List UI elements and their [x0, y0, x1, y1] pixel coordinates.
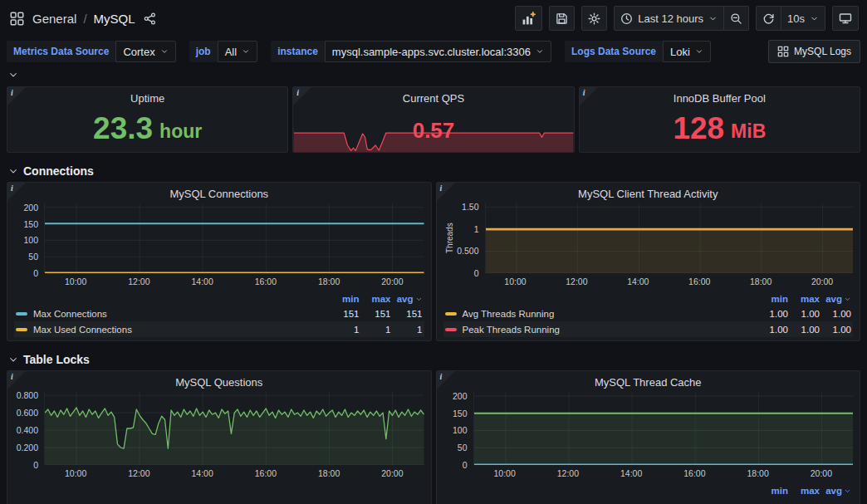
metrics-datasource-label: Metrics Data Source	[7, 41, 115, 62]
clock-icon	[620, 12, 633, 25]
legend-item: Max Connections 151 151 151	[14, 306, 424, 321]
legend-avg-header[interactable]: avg	[820, 294, 851, 304]
plot-area[interactable]	[44, 203, 424, 273]
share-icon[interactable]	[142, 11, 158, 27]
y-axis-title: Threads	[443, 203, 455, 273]
x-axis: 10:0012:0014:0016:0018:0020:00	[485, 273, 854, 288]
mysql-logs-button[interactable]: MySQL Logs	[768, 40, 860, 63]
variable-metrics-datasource: Metrics Data Source Cortex	[7, 41, 176, 62]
time-range-label: Last 12 hours	[638, 12, 703, 25]
panel-title[interactable]: Uptime	[14, 91, 281, 108]
mysql-connections-panel: i MySQL Connections 050100150200 10:0012…	[7, 182, 432, 341]
uptime-panel: i Uptime 23.3 hour	[7, 86, 288, 153]
refresh-interval-picker[interactable]: 10s	[781, 6, 825, 31]
section-connections[interactable]: Connections	[7, 159, 860, 182]
series-swatch	[16, 312, 27, 316]
logs-datasource-label: Logs Data Source	[565, 41, 663, 62]
logs-datasource-select[interactable]: Loki	[663, 41, 711, 62]
chevron-down-icon	[844, 487, 851, 495]
uptime-unit: hour	[159, 122, 202, 141]
x-axis: 10:0012:0014:0016:0018:0020:00	[44, 465, 424, 480]
plus-icon	[531, 12, 535, 16]
dashboards-grid-icon[interactable]	[8, 10, 26, 27]
legend-max-header[interactable]: max	[360, 294, 391, 304]
legend: min max avg Max Connections 151 151 151 …	[14, 292, 424, 337]
thread-activity-panel: i MySQL Client Thread Activity Threads 0…	[436, 182, 861, 341]
panel-title[interactable]: Current QPS	[300, 91, 566, 108]
panel-info-corner[interactable]: i	[7, 183, 26, 201]
dashboard-body: i Uptime 23.3 hour i Current QPS 0.57 i …	[0, 85, 867, 504]
x-axis: 10:0012:0014:0016:0018:0020:00	[44, 273, 424, 288]
panel-info-corner[interactable]: i	[437, 371, 455, 389]
legend-min-header[interactable]: min	[328, 294, 360, 304]
y-axis: 00.50011.50	[455, 203, 485, 273]
variables-row: Metrics Data Source Cortex job All insta…	[0, 37, 867, 65]
panel-info-corner[interactable]: i	[580, 87, 598, 105]
top-nav: General / MySQL Last 12 hours	[0, 0, 867, 37]
breadcrumb-section[interactable]: General	[32, 12, 76, 26]
chevron-down-icon	[415, 296, 423, 303]
connections-chart: 050100150200 10:0012:0014:0016:0018:0020…	[14, 203, 424, 288]
breadcrumb-separator: /	[83, 12, 86, 26]
plot-area[interactable]	[473, 392, 854, 465]
chevron-down-icon	[695, 47, 703, 56]
plot-area[interactable]	[44, 392, 424, 465]
thread-cache-chart: 050100150200 10:0012:0014:0016:0018:0020…	[443, 392, 854, 480]
add-panel-button[interactable]	[515, 6, 542, 31]
x-axis: 10:0012:0014:0016:0018:0020:00	[473, 465, 854, 480]
job-select[interactable]: All	[218, 41, 257, 62]
kiosk-mode-button[interactable]	[832, 6, 859, 31]
save-dashboard-button[interactable]	[549, 6, 575, 31]
variable-instance: instance mysql.sample-apps.svc.cluster.l…	[271, 41, 551, 62]
thread-cache-panel: i MySQL Thread Cache 050100150200 10:001…	[436, 370, 861, 504]
zoom-out-time-button[interactable]	[724, 6, 749, 31]
metrics-datasource-select[interactable]: Cortex	[115, 41, 175, 62]
panel-info-corner[interactable]: i	[7, 371, 26, 389]
uptime-value: 23.3	[93, 113, 153, 144]
questions-chart: 00.2000.4000.6000.800 10:0012:0014:0016:…	[14, 392, 424, 480]
legend: min max avg Avg Threads Running 1.00 1.0…	[443, 292, 854, 337]
refresh-interval-label: 10s	[787, 12, 805, 25]
grid-icon	[777, 46, 789, 57]
chevron-down-icon	[242, 47, 250, 56]
time-range-picker[interactable]: Last 12 hours	[614, 6, 724, 31]
legend-avg-header[interactable]: avg	[391, 294, 423, 304]
panel-title[interactable]: InnoDB Buffer Pool	[586, 91, 853, 108]
instance-label: instance	[271, 41, 325, 62]
panel-info-corner[interactable]: i	[293, 87, 311, 105]
legend-max-header[interactable]: max	[788, 486, 820, 496]
chevron-down-icon	[8, 355, 18, 365]
legend-avg-header[interactable]: avg	[820, 486, 851, 496]
legend-min-header[interactable]: min	[757, 486, 788, 496]
panel-title[interactable]: MySQL Thread Cache	[443, 375, 854, 392]
buffer-pool-unit: MiB	[731, 122, 766, 141]
dashboard-title[interactable]: MySQL	[94, 12, 135, 26]
legend-max-header[interactable]: max	[788, 294, 820, 304]
variable-logs-datasource: Logs Data Source Loki	[565, 41, 711, 62]
panel-info-corner[interactable]: i	[7, 87, 26, 105]
thread-activity-chart: Threads 00.50011.50 10:0012:0014:0016:00…	[443, 203, 854, 288]
legend-min-header[interactable]: min	[757, 294, 788, 304]
instance-select[interactable]: mysql.sample-apps.svc.cluster.local:3306	[325, 41, 551, 62]
legend-item: Max Used Connections 1 1 1	[14, 321, 424, 337]
dashboard-settings-button[interactable]	[581, 6, 607, 31]
section-label: Table Locks	[23, 353, 90, 366]
panel-info-corner[interactable]: i	[437, 183, 455, 201]
panel-title[interactable]: MySQL Connections	[14, 187, 424, 203]
plot-area[interactable]	[485, 203, 854, 273]
chevron-down-icon	[160, 47, 169, 56]
panel-title[interactable]: MySQL Questions	[14, 375, 424, 392]
chevron-down-icon	[810, 14, 819, 23]
refresh-button[interactable]	[756, 6, 781, 31]
series-swatch	[445, 328, 457, 331]
collapsed-row[interactable]	[0, 65, 867, 85]
qps-value: 0.57	[413, 120, 455, 141]
job-label: job	[189, 41, 218, 62]
y-axis: 00.2000.4000.6000.800	[14, 392, 44, 465]
section-table-locks[interactable]: Table Locks	[7, 348, 860, 370]
variable-job: job All	[189, 41, 257, 62]
chevron-down-icon	[844, 296, 851, 303]
current-qps-panel: i Current QPS 0.57	[292, 86, 574, 153]
y-axis: 050100150200	[443, 392, 473, 465]
panel-title[interactable]: MySQL Client Thread Activity	[443, 187, 854, 203]
